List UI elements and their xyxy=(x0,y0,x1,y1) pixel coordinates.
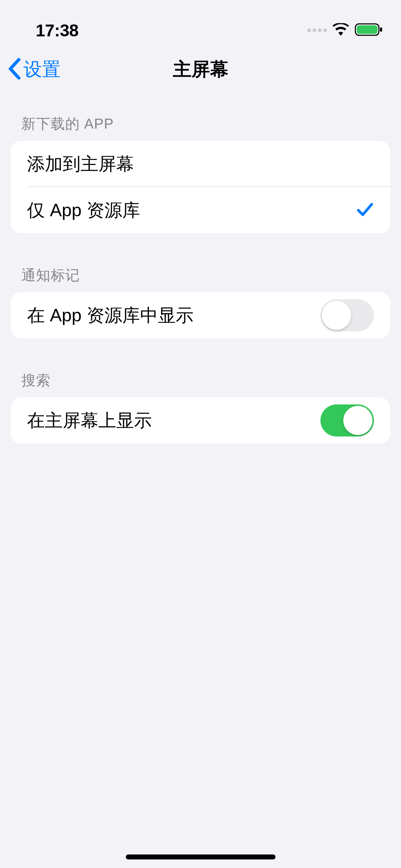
back-button[interactable]: 设置 xyxy=(8,57,61,82)
section-header-search: 搜索 xyxy=(0,371,401,397)
toggle-show-in-app-library[interactable] xyxy=(320,299,374,331)
status-right xyxy=(307,22,383,38)
section-header-notification-badges: 通知标记 xyxy=(0,265,401,292)
list-group-newly-downloaded: 添加到主屏幕 仅 App 资源库 xyxy=(11,141,390,233)
checkmark-icon xyxy=(356,201,374,220)
row-label: 在 App 资源库中显示 xyxy=(27,304,194,327)
option-add-to-home-screen[interactable]: 添加到主屏幕 xyxy=(11,141,390,187)
row-show-in-app-library: 在 App 资源库中显示 xyxy=(11,292,390,339)
list-group-search: 在主屏幕上显示 xyxy=(11,397,390,444)
row-label: 在主屏幕上显示 xyxy=(27,409,152,433)
status-time: 17:38 xyxy=(36,21,78,40)
svg-rect-2 xyxy=(380,27,382,32)
battery-icon xyxy=(355,22,383,38)
option-label: 添加到主屏幕 xyxy=(27,152,134,176)
option-app-library-only[interactable]: 仅 App 资源库 xyxy=(11,187,390,233)
wifi-icon xyxy=(333,23,349,37)
switch-knob xyxy=(343,406,372,435)
content: 新下载的 APP 添加到主屏幕 仅 App 资源库 通知标记 在 App 资源库… xyxy=(0,93,401,444)
status-bar: 17:38 xyxy=(0,0,401,46)
page-title: 主屏幕 xyxy=(173,57,228,82)
signal-dots-icon xyxy=(307,29,327,32)
home-indicator[interactable] xyxy=(126,854,276,859)
back-label: 设置 xyxy=(24,57,61,82)
option-label: 仅 App 资源库 xyxy=(27,198,140,222)
nav-bar: 设置 主屏幕 xyxy=(0,46,401,93)
section-header-newly-downloaded: 新下载的 APP xyxy=(0,114,401,141)
list-group-notification-badges: 在 App 资源库中显示 xyxy=(11,292,390,339)
toggle-show-on-home-screen[interactable] xyxy=(320,404,374,436)
switch-knob xyxy=(322,301,351,330)
row-show-on-home-screen: 在主屏幕上显示 xyxy=(11,397,390,444)
svg-rect-1 xyxy=(357,25,377,34)
chevron-left-icon xyxy=(8,58,21,81)
